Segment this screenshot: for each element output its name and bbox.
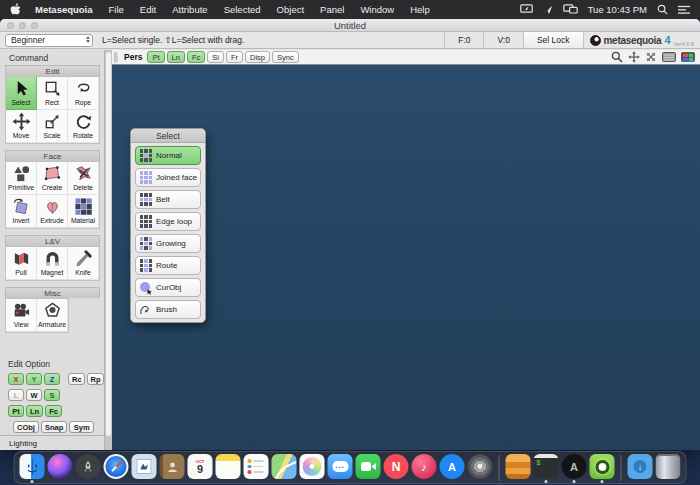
spotlight-search-icon[interactable]: [657, 4, 668, 15]
rp-toggle[interactable]: Rp: [87, 373, 104, 385]
menu-object[interactable]: Object: [269, 4, 312, 15]
tool-rotate[interactable]: Rotate: [68, 110, 99, 143]
dock-contacts-icon[interactable]: [160, 454, 185, 479]
dock-launchpad-icon[interactable]: [76, 454, 101, 479]
dock-calendar-icon[interactable]: OCT9: [188, 454, 213, 479]
tool-pull[interactable]: Pull: [6, 247, 37, 280]
dock-audio-app-icon[interactable]: A: [562, 454, 587, 479]
tool-rect[interactable]: Rect: [37, 77, 68, 110]
select-panel-title[interactable]: Select: [131, 129, 205, 143]
shading-color-view-icon[interactable]: [681, 52, 695, 63]
tool-armature[interactable]: Armature: [37, 299, 68, 332]
tool-view[interactable]: View: [6, 299, 37, 332]
dock-siri-icon[interactable]: [48, 454, 73, 479]
close-button[interactable]: [7, 22, 14, 29]
minimize-button[interactable]: [19, 22, 26, 29]
dock-maps-icon[interactable]: [272, 454, 297, 479]
title-bar[interactable]: Untitled: [0, 19, 700, 32]
world-toggle[interactable]: W: [26, 389, 42, 401]
tool-delete[interactable]: Delete: [68, 162, 99, 195]
menu-window[interactable]: Window: [352, 4, 402, 15]
orbit-view-icon[interactable]: [645, 51, 657, 63]
line-toggle[interactable]: Ln: [26, 405, 43, 417]
screen-toggle[interactable]: S: [44, 389, 60, 401]
dock-system-preferences-icon[interactable]: [468, 454, 493, 479]
face-toggle[interactable]: Fc: [45, 405, 62, 417]
axis-x-toggle[interactable]: X: [8, 373, 24, 385]
menu-help[interactable]: Help: [402, 4, 438, 15]
apple-menu-icon[interactable]: [10, 3, 21, 16]
section-edit-header[interactable]: Edit: [5, 65, 100, 76]
zoom-button[interactable]: [31, 22, 38, 29]
select-mode-brush[interactable]: Brush: [135, 300, 201, 319]
section-lv-header[interactable]: L&V: [5, 235, 100, 246]
select-mode-joined-face[interactable]: Joined face: [135, 168, 201, 187]
view-fc-toggle[interactable]: Fc: [187, 51, 205, 63]
mode-select[interactable]: Beginner: [5, 34, 93, 47]
dock-mail-icon[interactable]: [132, 454, 157, 479]
tool-scale[interactable]: Scale: [37, 110, 68, 143]
select-mode-edge-loop[interactable]: Edge loop: [135, 212, 201, 231]
lighting-section-label[interactable]: Lighting: [0, 435, 104, 450]
tool-knife[interactable]: Knife: [68, 247, 99, 280]
select-mode-normal[interactable]: Normal: [135, 146, 201, 165]
zoom-view-icon[interactable]: [611, 51, 623, 63]
dock-downloads-folder-icon[interactable]: ↓: [628, 454, 653, 479]
menu-attribute[interactable]: Attribute: [164, 4, 215, 15]
rc-toggle[interactable]: Rc: [68, 373, 85, 385]
sidebar-scrollbar[interactable]: [104, 50, 112, 450]
tool-material[interactable]: Material: [68, 195, 99, 228]
dock-notes-icon[interactable]: [216, 454, 241, 479]
screen-share-icon[interactable]: [520, 4, 533, 15]
dock-app-store-icon[interactable]: A: [440, 454, 465, 479]
menu-panel[interactable]: Panel: [312, 4, 352, 15]
sym-button[interactable]: Sym: [69, 421, 94, 433]
tool-magnet[interactable]: Magnet: [37, 247, 68, 280]
location-arrow-icon[interactable]: [543, 5, 553, 15]
menu-selected[interactable]: Selected: [216, 4, 269, 15]
dock-safari-icon[interactable]: [104, 454, 129, 479]
dock-reminders-icon[interactable]: [244, 454, 269, 479]
panel-grip-handle[interactable]: [114, 52, 118, 63]
dock-photos-icon[interactable]: [300, 454, 325, 479]
snap-button[interactable]: Snap: [41, 421, 67, 433]
pan-view-icon[interactable]: [628, 51, 640, 63]
select-mode-route[interactable]: Route: [135, 256, 201, 275]
perspective-label[interactable]: Pers: [124, 52, 142, 62]
shading-mono-view-icon[interactable]: [662, 52, 676, 63]
view-fr-toggle[interactable]: Fr: [226, 51, 243, 63]
tool-create[interactable]: Create: [37, 162, 68, 195]
cobj-button[interactable]: CObj: [13, 421, 39, 433]
dock-toolbox-icon[interactable]: [506, 454, 531, 479]
view-sync-button[interactable]: Sync: [272, 51, 299, 63]
dock-itunes-icon[interactable]: ♪: [412, 454, 437, 479]
dock-messages-icon[interactable]: •••: [328, 454, 353, 479]
tool-extrude[interactable]: Extrude: [37, 195, 68, 228]
section-misc-header[interactable]: Misc: [5, 287, 100, 298]
tool-rope[interactable]: Rope: [68, 77, 99, 110]
view-disp-button[interactable]: Disp: [245, 51, 270, 63]
point-toggle[interactable]: Pt: [8, 405, 24, 417]
dock-facetime-icon[interactable]: [356, 454, 381, 479]
menu-app-name[interactable]: Metasequoia: [27, 4, 101, 15]
dock-news-icon[interactable]: N: [384, 454, 409, 479]
menu-clock[interactable]: Tue 10:43 PM: [588, 4, 647, 15]
section-face-header[interactable]: Face: [5, 150, 100, 161]
local-toggle[interactable]: L: [8, 389, 24, 401]
view-si-toggle[interactable]: Si: [207, 51, 224, 63]
axis-y-toggle[interactable]: Y: [26, 373, 42, 385]
tool-select[interactable]: Select: [6, 77, 37, 110]
dock-metasequoia-icon[interactable]: [590, 454, 615, 479]
select-mode-growing[interactable]: Growing: [135, 234, 201, 253]
scrollbar-thumb[interactable]: [106, 52, 111, 436]
menu-edit[interactable]: Edit: [132, 4, 164, 15]
notification-center-icon[interactable]: [678, 5, 690, 15]
menu-file[interactable]: File: [101, 4, 132, 15]
dock-trash-icon[interactable]: [656, 454, 681, 479]
tool-invert[interactable]: Invert: [6, 195, 37, 228]
view-ln-toggle[interactable]: Ln: [167, 51, 185, 63]
select-mode-curobj[interactable]: CurObj: [135, 278, 201, 297]
dock-finder-icon[interactable]: [20, 454, 45, 479]
axis-z-toggle[interactable]: Z: [44, 373, 60, 385]
select-mode-belt[interactable]: Belt: [135, 190, 201, 209]
